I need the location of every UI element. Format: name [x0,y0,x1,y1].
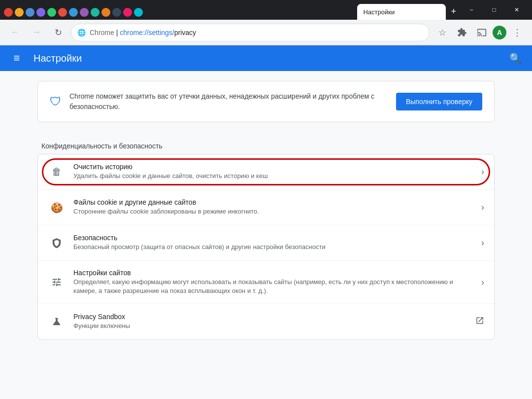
tab-dot-13[interactable] [134,8,143,17]
address-path: privacy [174,29,196,36]
clear-history-content: Очистить историю Удалить файлы cookie и … [73,163,477,181]
maximize-button[interactable]: □ [483,2,505,18]
sandbox-icon [48,313,66,330]
window-controls: − □ ✕ [460,2,528,20]
tab-dot-2[interactable] [15,8,24,17]
site-settings-item[interactable]: Настройки сайтов Определяет, какую инфор… [38,261,494,304]
safety-shield-icon: 🛡 [50,95,62,109]
active-tab-label: Настройки [363,8,395,16]
back-button[interactable]: ← [6,24,24,41]
site-settings-subtitle: Определяет, какую информацию могут испол… [73,278,477,295]
clear-history-title: Очистить историю [73,163,477,171]
content-inner: 🛡 Chrome поможет защитить вас от утечки … [30,81,502,352]
tab-dot-4[interactable] [36,8,45,17]
privacy-sandbox-item[interactable]: Privacy Sandbox Функции включены [38,304,494,339]
address-chrome-label: Chrome [90,29,114,36]
privacy-settings-list: 🗑 Очистить историю Удалить файлы cookie … [37,154,495,340]
settings-title: Настройки [33,53,499,64]
sidebar-toggle-button[interactable]: ≡ [8,49,26,67]
external-link-icon [475,316,484,327]
tab-strip: Настройки + [4,4,460,20]
site-settings-arrow: › [481,277,484,288]
site-settings-content: Настройки сайтов Определяет, какую инфор… [73,269,477,295]
new-tab-button[interactable]: + [447,6,460,20]
bookmark-button[interactable]: ☆ [433,24,451,41]
cookies-subtitle: Сторонние файлы cookie заблокированы в р… [73,207,477,216]
tab-dot-8[interactable] [80,8,89,17]
titlebar: Настройки + − □ ✕ [0,0,532,20]
security-shield-icon [48,234,66,252]
active-tab[interactable]: Настройки [357,4,446,20]
profile-button[interactable]: A [493,26,506,39]
clear-history-item[interactable]: 🗑 Очистить историю Удалить файлы cookie … [38,154,494,190]
toolbar-icons: ☆ A ⋮ [433,24,526,41]
cookies-content: Файлы cookie и другие данные сайтов Стор… [73,198,477,216]
menu-button[interactable]: ⋮ [508,24,526,41]
tab-dot-5[interactable] [47,8,56,17]
close-button[interactable]: ✕ [505,2,528,18]
section-title: Конфиденциальность и безопасность [30,130,502,154]
cookies-item[interactable]: 🍪 Файлы cookie и другие данные сайтов Ст… [38,190,494,225]
cast-button[interactable] [473,24,491,41]
privacy-sandbox-content: Privacy Sandbox Функции включены [73,313,471,330]
security-arrow: › [481,238,484,248]
hamburger-icon: ≡ [14,52,20,65]
security-content: Безопасность Безопасный просмотр (защита… [73,234,477,252]
safety-check-text: Chrome поможет защитить вас от утечки да… [69,91,388,112]
address-domain: chrome://settings/ [120,29,174,36]
settings-search-button[interactable]: 🔍 [506,49,524,67]
site-settings-title: Настройки сайтов [73,269,477,277]
forward-button[interactable]: → [28,24,45,41]
tab-dot-12[interactable] [123,8,132,17]
main-content: 🛡 Chrome поможет защитить вас от утечки … [0,71,532,399]
tab-dot-11[interactable] [112,8,121,17]
tab-dot-9[interactable] [91,8,100,17]
clear-history-arrow: › [481,167,484,177]
address-text: Chrome | chrome://settings/privacy [90,29,423,36]
settings-header: ≡ Настройки 🔍 [0,45,532,71]
cookies-title: Файлы cookie и другие данные сайтов [73,198,477,206]
extensions-button[interactable] [453,24,471,41]
trash-icon: 🗑 [48,163,66,181]
navbar: ← → ↻ 🌐 Chrome | chrome://settings/priva… [0,20,532,45]
minimize-button[interactable]: − [460,2,483,18]
site-settings-icon [48,273,66,291]
safety-check-card: 🛡 Chrome поможет защитить вас от утечки … [37,81,495,122]
privacy-sandbox-subtitle: Функции включены [73,322,471,330]
cookies-arrow: › [481,202,484,213]
security-item[interactable]: Безопасность Безопасный просмотр (защита… [38,225,494,261]
refresh-button[interactable]: ↻ [49,24,67,41]
tab-dot-10[interactable] [101,8,110,17]
tab-dot-1[interactable] [4,8,13,17]
security-subtitle: Безопасный просмотр (защита от опасных с… [73,243,477,252]
security-title: Безопасность [73,234,477,242]
privacy-sandbox-title: Privacy Sandbox [73,313,471,321]
tab-dot-6[interactable] [58,8,67,17]
tab-dots [4,8,356,20]
tab-dot-7[interactable] [69,8,78,17]
secure-icon: 🌐 [77,29,86,36]
cookie-icon: 🍪 [48,199,66,217]
address-bar[interactable]: 🌐 Chrome | chrome://settings/privacy [71,24,430,41]
clear-history-subtitle: Удалить файлы cookie и данные сайтов, оч… [73,172,477,181]
search-icon: 🔍 [509,52,522,64]
safety-check-button[interactable]: Выполнить проверку [396,93,482,110]
tab-dot-3[interactable] [26,8,34,17]
